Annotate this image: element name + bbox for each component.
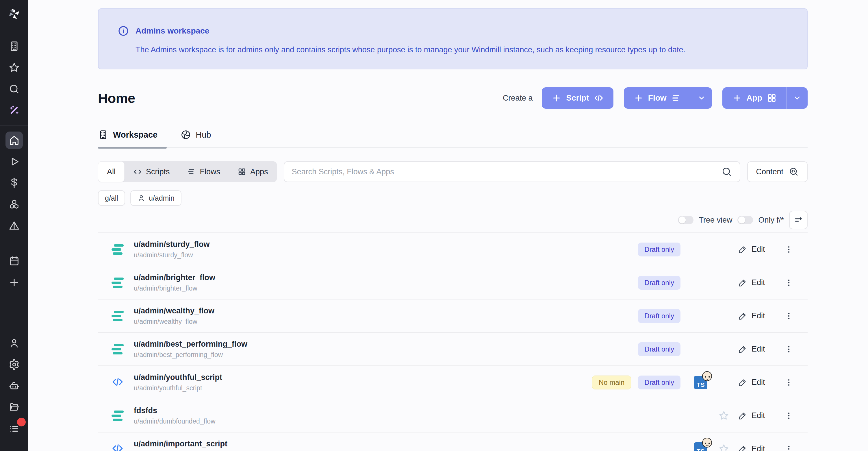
banner-body: The Admins workspace is for admins only … — [135, 46, 790, 54]
sidebar-item-audit-logs[interactable] — [5, 420, 23, 438]
list-item[interactable]: u/admin/best_performing_flow u/admin/bes… — [98, 333, 808, 366]
kebab-menu-button[interactable] — [782, 378, 796, 387]
flow-icon — [112, 277, 124, 288]
favorite-star-button[interactable] — [715, 410, 733, 421]
sidebar-item-ai-assistant[interactable] — [5, 102, 23, 119]
list-item[interactable]: u/admin/wealthy_flow u/admin/wealthy_flo… — [98, 300, 808, 333]
pencil-icon — [738, 278, 747, 287]
sidebar-item-settings[interactable] — [5, 356, 23, 373]
sidebar-item-add[interactable] — [5, 274, 23, 291]
play-icon — [8, 156, 20, 168]
kebab-menu-button[interactable] — [782, 245, 796, 254]
filter-all-label: All — [107, 168, 116, 176]
item-title: u/admin/best_performing_flow — [134, 340, 638, 349]
edit-button[interactable]: Edit — [738, 344, 782, 354]
sidebar-item-schedules-calendar[interactable] — [5, 252, 23, 270]
badge-warn: No main — [592, 375, 631, 389]
create-app-dropdown[interactable] — [786, 87, 808, 109]
chevron-down-icon — [698, 94, 706, 102]
filter-all[interactable]: All — [98, 161, 125, 182]
filter-apps[interactable]: Apps — [229, 161, 277, 182]
sidebar-item-favorites[interactable] — [5, 59, 23, 76]
sidebar-item-runs[interactable] — [5, 153, 23, 170]
kebab-menu-button[interactable] — [782, 444, 796, 451]
sidebar-item-workspace-building[interactable] — [5, 38, 23, 55]
notification-dot — [17, 418, 26, 426]
banner-title: Admins workspace — [135, 26, 209, 35]
badge-draft: Draft only — [638, 309, 680, 323]
create-flow-main[interactable]: Flow — [624, 87, 691, 109]
search-icon[interactable] — [721, 166, 732, 177]
prism-icon — [8, 220, 20, 232]
favorite-star-button[interactable] — [715, 444, 733, 451]
pencil-icon — [738, 445, 747, 451]
chip-g-all[interactable]: g/all — [98, 190, 125, 206]
filter-flows[interactable]: Flows — [179, 161, 229, 182]
list-item[interactable]: u/admin/important_script u/admin/importa… — [98, 432, 808, 451]
sidebar-item-home[interactable] — [5, 131, 23, 149]
only-f-toggle[interactable] — [737, 216, 753, 224]
sidebar-item-user[interactable] — [5, 334, 23, 352]
tab-workspace[interactable]: Workspace — [98, 129, 157, 147]
building-icon — [8, 40, 20, 52]
tab-hub[interactable]: Hub — [181, 129, 211, 147]
flow-icon — [112, 411, 124, 421]
edit-button[interactable]: Edit — [738, 411, 782, 420]
sidebar-item-resources[interactable] — [5, 196, 23, 213]
item-title: fdsfds — [134, 406, 680, 415]
list-item[interactable]: u/admin/sturdy_flow u/admin/sturdy_flow … — [98, 233, 808, 266]
sidebar-item-search[interactable] — [5, 80, 23, 98]
content-button-label: Content — [756, 168, 783, 176]
kebab-menu-button[interactable] — [782, 411, 796, 420]
layout-grid-icon — [238, 168, 246, 176]
list-item[interactable]: u/admin/brighter_flow u/admin/brighter_f… — [98, 266, 808, 300]
typescript-bun-icon: TS — [694, 376, 707, 389]
chevron-down-icon — [793, 94, 801, 102]
create-app-main[interactable]: App — [722, 87, 786, 109]
chip-u-admin[interactable]: u/admin — [130, 190, 182, 206]
edit-button-label: Edit — [751, 378, 765, 387]
sidebar-item-variables[interactable] — [5, 174, 23, 192]
edit-button[interactable]: Edit — [738, 245, 782, 254]
star-icon — [718, 444, 729, 451]
bun-logo-icon — [702, 438, 712, 448]
list-item[interactable]: u/admin/youthful_script u/admin/youthful… — [98, 366, 808, 399]
filter-scripts[interactable]: Scripts — [125, 161, 179, 182]
display-settings-button[interactable] — [789, 211, 808, 229]
kebab-menu-button[interactable] — [782, 311, 796, 321]
script-code-icon — [112, 376, 124, 389]
search-input[interactable] — [292, 168, 721, 176]
kebab-icon — [784, 411, 794, 420]
wand-icon — [8, 104, 20, 116]
sidebar-item-folders[interactable] — [5, 399, 23, 416]
plus-icon — [732, 93, 742, 103]
script-code-icon — [112, 442, 124, 451]
tab-workspace-label: Workspace — [113, 130, 157, 140]
active-tab-underline — [98, 147, 167, 149]
folder-open-icon — [8, 401, 20, 413]
item-badges: Draft only — [638, 276, 680, 290]
sidebar-item-workers[interactable] — [5, 377, 23, 395]
tab-bar: Workspace Hub — [98, 129, 808, 148]
edit-button[interactable]: Edit — [738, 378, 782, 387]
content-search-button[interactable]: Content — [747, 161, 808, 182]
edit-button[interactable]: Edit — [738, 311, 782, 320]
item-path: u/admin/sturdy_flow — [134, 251, 638, 259]
kebab-menu-button[interactable] — [782, 278, 796, 288]
item-badges: Draft only — [638, 309, 680, 323]
create-flow-dropdown[interactable] — [691, 87, 712, 109]
owner-chips: g/all u/admin — [98, 190, 808, 206]
kebab-menu-button[interactable] — [782, 344, 796, 354]
tree-view-toggle[interactable] — [678, 216, 693, 224]
kebab-icon — [784, 378, 794, 387]
windmill-logo[interactable] — [0, 0, 28, 28]
list-item[interactable]: fdsfds u/admin/dumbfounded_flow TS Edit — [98, 399, 808, 432]
create-script-button[interactable]: Script — [542, 87, 613, 109]
edit-button[interactable]: Edit — [738, 278, 782, 287]
user-icon — [8, 337, 20, 349]
item-title: u/admin/wealthy_flow — [134, 306, 638, 315]
sidebar-item-schedules-prism[interactable] — [5, 217, 23, 235]
item-path: u/admin/best_performing_flow — [134, 351, 638, 359]
filter-scripts-label: Scripts — [146, 168, 170, 176]
edit-button[interactable]: Edit — [738, 444, 782, 451]
